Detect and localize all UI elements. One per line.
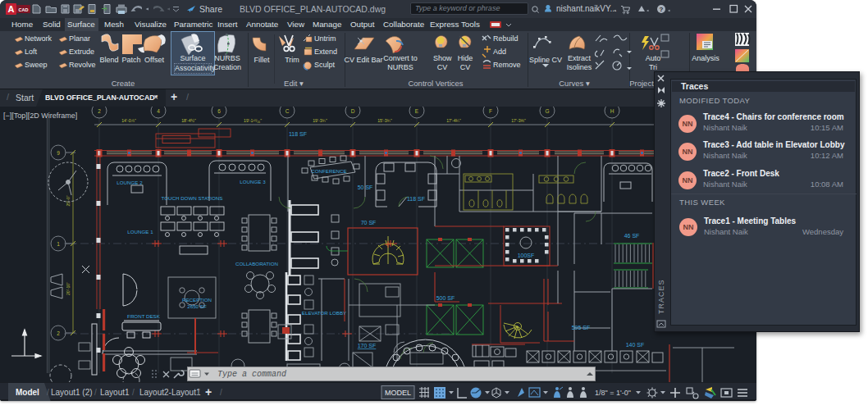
svg-text:500 SF: 500 SF <box>436 295 455 301</box>
svg-text:?: ? <box>660 6 664 13</box>
svg-text:F: F <box>489 108 492 114</box>
svg-text:FRONT DESK: FRONT DESK <box>127 313 161 319</box>
svg-text:nishant.naikVY...: nishant.naikVY... <box>556 4 617 13</box>
svg-text:17'-3⅜": 17'-3⅜" <box>511 118 526 123</box>
svg-text:19'-1¹³/₁₆": 19'-1¹³/₁₆" <box>244 118 262 123</box>
svg-text:46 SF: 46 SF <box>624 233 640 239</box>
svg-text:20'-10": 20'-10" <box>66 282 71 295</box>
svg-text:50 SF: 50 SF <box>358 184 373 190</box>
svg-text:140 SF: 140 SF <box>626 342 645 348</box>
svg-text:70 SF: 70 SF <box>361 220 377 226</box>
svg-text:100SF: 100SF <box>518 253 535 258</box>
svg-text:1/8" = 1'-0": 1/8" = 1'-0" <box>595 389 631 397</box>
svg-text:118 SF: 118 SF <box>407 196 425 202</box>
svg-text:19'-3¾": 19'-3¾" <box>313 118 327 123</box>
svg-text:25'-0": 25'-0" <box>66 195 71 206</box>
svg-text:ELEVATOR LOBBY: ELEVATOR LOBBY <box>302 310 346 316</box>
svg-text:9: 9 <box>57 150 60 156</box>
svg-text:14'-0⅞": 14'-0⅞" <box>121 118 136 123</box>
svg-text:17'-4¼": 17'-4¼" <box>446 118 461 123</box>
svg-text:170 SF: 170 SF <box>358 343 377 348</box>
svg-text:H: H <box>610 108 614 114</box>
svg-text:118 SF: 118 SF <box>289 131 307 137</box>
svg-text:LOUNGE 2: LOUNGE 2 <box>116 180 143 185</box>
svg-text:18'-4½": 18'-4½" <box>181 118 196 123</box>
svg-text:2: 2 <box>57 330 60 336</box>
svg-text:15'-3¾": 15'-3¾" <box>377 118 392 123</box>
svg-text:C: C <box>286 108 290 114</box>
svg-text:A: A <box>8 4 15 14</box>
svg-text:TOUCH DOWN STATIONS: TOUCH DOWN STATIONS <box>162 195 223 201</box>
svg-text:[−][Top][2D Wireframe]: [−][Top][2D Wireframe] <box>3 112 77 120</box>
svg-text:E: E <box>415 108 419 114</box>
svg-text:595 SF: 595 SF <box>572 325 591 330</box>
svg-text:G: G <box>545 108 549 114</box>
svg-text:COLLABORATION: COLLABORATION <box>235 261 278 266</box>
svg-text:2650 SF: 2650 SF <box>187 303 207 309</box>
svg-text:4: 4 <box>157 108 160 114</box>
svg-text:CAD: CAD <box>19 7 29 12</box>
svg-text:D: D <box>351 108 355 114</box>
svg-text:LOUNGE 1: LOUNGE 1 <box>127 229 153 235</box>
svg-text:1: 1 <box>57 241 60 247</box>
svg-text:RECEPTION: RECEPTION <box>182 297 212 303</box>
svg-text:2: 2 <box>98 108 101 114</box>
svg-text:MODEL: MODEL <box>385 389 411 397</box>
svg-text:6: 6 <box>217 108 221 114</box>
svg-text:LOUNGE 3: LOUNGE 3 <box>240 179 266 184</box>
svg-text:Share: Share <box>199 4 222 14</box>
svg-text:CONFERENCE: CONFERENCE <box>311 168 346 174</box>
